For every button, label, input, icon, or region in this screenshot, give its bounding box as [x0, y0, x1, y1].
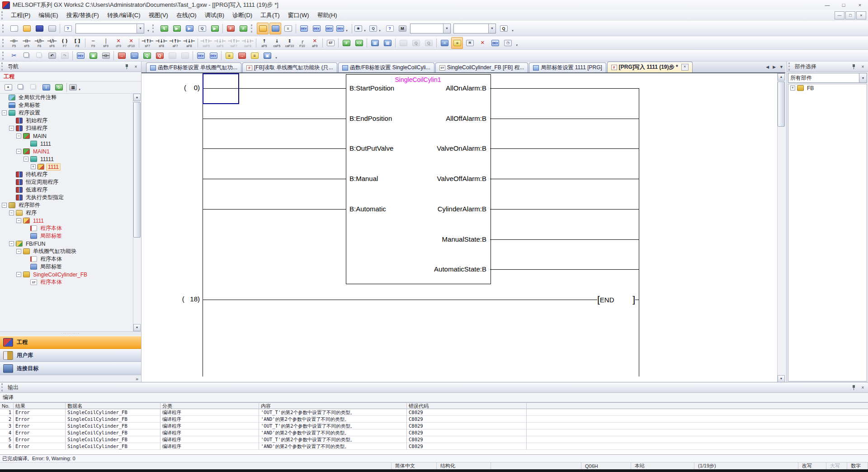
edit-ladder-button[interactable]: #	[340, 37, 352, 49]
chevron-down-icon[interactable]: ▼	[443, 24, 450, 33]
device-comment-button[interactable]: DEV	[298, 23, 310, 34]
error-row[interactable]: 1ErrorSingleCoilCylinder_FB编译程序'OUT_T'的第…	[0, 409, 868, 416]
mdi-restore-button[interactable]: □	[845, 11, 855, 19]
closed-contact-button[interactable]: ⊣/⊢F6	[33, 37, 45, 49]
device-display-x-button[interactable]: DEV	[75, 50, 86, 62]
open-project-button[interactable]	[21, 23, 33, 34]
tab-scroll-right-icon[interactable]: ▶	[771, 65, 778, 69]
menu-item[interactable]: 工具(T)	[256, 10, 284, 21]
cut-button[interactable]: ✂	[8, 50, 20, 62]
find-target-combo[interactable]: ▼	[453, 24, 496, 33]
chevron-down-icon[interactable]: ▼	[859, 73, 867, 82]
inline-st-button[interactable]: ST	[325, 37, 336, 49]
view-program-button[interactable]	[257, 23, 269, 34]
invert-operation-button[interactable]: ↑aF5	[258, 37, 270, 49]
tree-item[interactable]: −1111	[0, 217, 133, 224]
document-tab[interactable]: 函数/FB标签设置 SingleCoilCyli...	[338, 62, 434, 72]
device-display-button[interactable]: DEV▾	[336, 23, 350, 34]
note-button[interactable]: ≡	[249, 50, 260, 62]
zoom-button[interactable]: Q▾	[369, 23, 383, 34]
rising-pulse-button[interactable]: ⊣↑⊢sF7	[141, 37, 154, 49]
close-icon[interactable]: ×	[859, 63, 867, 70]
tree-item[interactable]: 全局软元件注释	[0, 94, 133, 101]
find-button[interactable]: M	[396, 23, 408, 34]
delete-vertical-line-button[interactable]: ✕cF10	[125, 37, 137, 49]
toolbar-grip[interactable]	[251, 24, 255, 33]
part-tree-item[interactable]: +FB	[788, 84, 867, 92]
screen-display-button[interactable]: ▣	[87, 50, 99, 62]
tree-item[interactable]: 局部标签	[0, 263, 133, 271]
tree-item[interactable]: −FB/FUN	[0, 240, 133, 248]
scroll-up-icon[interactable]: ▲	[778, 73, 785, 81]
tree-item[interactable]: −11111	[0, 155, 133, 163]
nav-new-data-button[interactable]: +	[2, 81, 14, 93]
history-find-button[interactable]: ◷	[502, 37, 514, 49]
scroll-up-icon[interactable]: ▲	[133, 94, 141, 101]
parameter-check-button[interactable]: ↯	[158, 23, 170, 34]
toolbar-grip[interactable]	[152, 24, 156, 33]
tree-item[interactable]: −程序部件	[0, 201, 133, 209]
ladder-block-button[interactable]: #	[225, 23, 236, 34]
write-to-plc-button[interactable]: →	[116, 50, 127, 62]
save-project-button[interactable]	[33, 23, 45, 34]
tree-item[interactable]: −程序设置	[0, 109, 133, 117]
nav-sort-button[interactable]: ▦▾	[69, 81, 83, 93]
tree-expander[interactable]: −	[16, 133, 21, 138]
help-2-button[interactable]: ?	[384, 23, 396, 34]
menu-item[interactable]: 诊断(D)	[228, 10, 256, 21]
tab-close-icon[interactable]: ×	[681, 64, 689, 71]
selector-grip[interactable]	[788, 62, 792, 71]
find-delete-button[interactable]: ✕	[476, 37, 488, 49]
line-f10-button[interactable]: ┌F10	[296, 37, 308, 49]
tree-item[interactable]: 无执行类型指定	[0, 194, 133, 201]
view-fb-button[interactable]	[269, 23, 281, 34]
close-button[interactable]: ×	[852, 0, 868, 10]
display-format-button[interactable]: ◉▾	[354, 23, 368, 34]
program-check-button[interactable]: ▶	[171, 23, 183, 34]
menu-item[interactable]: 工程(P)	[7, 10, 34, 21]
output-grip[interactable]	[1, 383, 5, 391]
find-replace-button[interactable]: R	[464, 37, 476, 49]
tree-item[interactable]: 全局标签	[0, 101, 133, 109]
falling-pulse-button[interactable]: ⊣↓⊢sF8	[155, 37, 168, 49]
menu-item[interactable]: 编辑(E)	[34, 10, 62, 21]
tree-expander[interactable]: −	[9, 126, 14, 131]
view-button-lib[interactable]: 用户库	[0, 349, 141, 362]
tree-item[interactable]: ST程序本体	[0, 278, 133, 286]
tree-item[interactable]: +1111	[0, 163, 133, 171]
closed-branch-button[interactable]: ⊣/⊢sF6	[46, 37, 58, 49]
application-instruction-button[interactable]: [ ]F8	[71, 37, 83, 49]
edit-st-button[interactable]: <>	[353, 37, 365, 49]
toolbar-grip[interactable]	[2, 52, 6, 60]
mdi-close-button[interactable]: ×	[856, 11, 866, 19]
toolbar-overflow-icon[interactable]: ▾	[274, 51, 279, 61]
editor-scrollbar[interactable]: ▲▼	[777, 73, 785, 382]
pin-icon[interactable]	[850, 63, 858, 70]
tree-item[interactable]: −扫描程序	[0, 124, 133, 132]
document-tab[interactable]: 局部标签设置 1111 [PRG]	[529, 62, 606, 72]
monitor-window-button[interactable]: ▣	[261, 50, 273, 62]
panel-splitter[interactable]: ·········	[0, 331, 141, 336]
device-batch-button[interactable]: DEV	[323, 23, 335, 34]
menu-item[interactable]: 窗口(W)	[284, 10, 313, 21]
menu-grip[interactable]	[1, 11, 5, 19]
read-from-plc-button[interactable]: ←	[128, 50, 140, 62]
minimize-button[interactable]: —	[819, 0, 835, 10]
close-icon[interactable]: ×	[859, 384, 867, 391]
document-tab[interactable]: 函数/FB标签设置 单线圈气缸功...	[146, 62, 241, 72]
tree-expander[interactable]: −	[2, 110, 7, 115]
mdi-minimize-button[interactable]: —	[835, 11, 844, 19]
online-program-change-button[interactable]: Q	[196, 23, 208, 34]
vertical-line-button[interactable]: │sF9	[100, 37, 112, 49]
tree-scrollbar[interactable]: ▲ ▼	[133, 94, 141, 331]
convert-operation-button[interactable]: ↓caF5	[271, 37, 283, 49]
tree-item[interactable]: −MAIN	[0, 132, 133, 140]
new-project-button[interactable]	[8, 23, 20, 34]
error-row[interactable]: 6ErrorSingleCoilCylinder_FB编译程序'AND'的第2个…	[0, 443, 868, 450]
device-off-button[interactable]: DEV	[208, 50, 219, 62]
statement-button[interactable]: ≡	[223, 50, 235, 62]
monitor-start-button[interactable]: Q	[141, 50, 153, 62]
tree-item[interactable]: −单线圈气缸功能块	[0, 248, 133, 255]
find-page-button[interactable]: Q	[498, 23, 509, 34]
device-combo[interactable]: ▼	[410, 24, 451, 33]
